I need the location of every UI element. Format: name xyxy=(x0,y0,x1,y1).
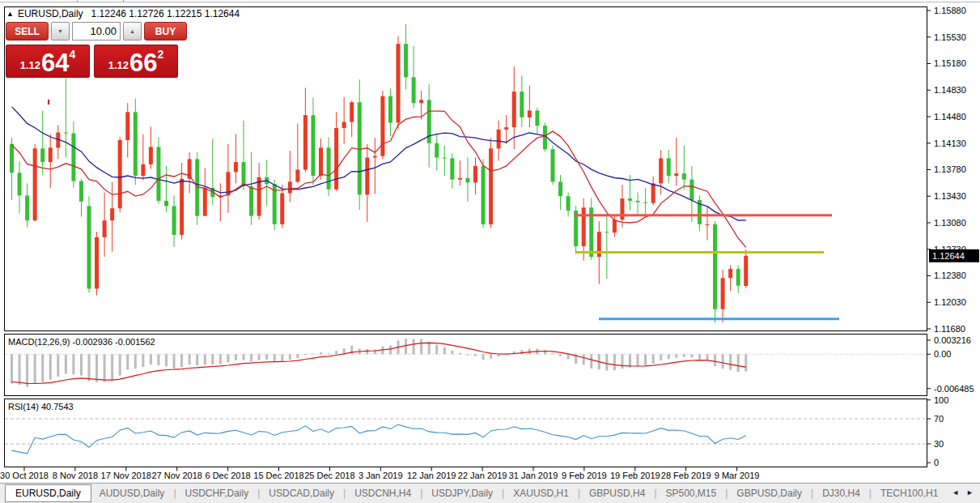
chart-tab-gbpusd-daily[interactable]: GBPUSD,Daily xyxy=(728,485,810,501)
svg-text:70: 70 xyxy=(934,414,944,424)
svg-text:1.13780: 1.13780 xyxy=(934,164,966,174)
sell-price-big-digits: 64 xyxy=(41,51,69,75)
chart-ohlc-values: 1.12246 1.12726 1.12215 1.12644 xyxy=(91,8,240,19)
rsi-axis-labels: 10070300 xyxy=(927,395,949,468)
buy-price-big-digits: 66 xyxy=(129,51,157,75)
chart-tab-usdjpy-daily[interactable]: USDJPY,Daily xyxy=(423,485,501,501)
volume-decrease-button[interactable]: ▼ xyxy=(51,22,70,40)
sell-price-box[interactable]: 1.12 64 4 xyxy=(6,45,90,78)
svg-text:1.14480: 1.14480 xyxy=(934,112,966,121)
buy-price-pip-digit: 2 xyxy=(158,48,164,61)
svg-text:-0.006485: -0.006485 xyxy=(934,384,974,394)
chart-tab-usdcad-daily[interactable]: USDCAD,Daily xyxy=(261,485,342,501)
volume-input[interactable] xyxy=(72,22,121,40)
rsi-indicator-label: RSI(14) 40.7543 xyxy=(8,402,74,411)
current-price-badge: 1.12644 xyxy=(929,249,979,262)
trading-terminal-window: 1.158801.155301.151801.148301.144801.141… xyxy=(0,0,980,503)
svg-text:30 Oct 2018: 30 Oct 2018 xyxy=(0,471,49,480)
panel-pointer xyxy=(48,100,49,104)
chart-symbol-label: EURUSD,Daily xyxy=(18,8,83,19)
svg-text:1.14830: 1.14830 xyxy=(934,85,966,95)
svg-text:1.12030: 1.12030 xyxy=(934,297,966,307)
svg-text:1.13080: 1.13080 xyxy=(934,218,966,228)
svg-text:1.11680: 1.11680 xyxy=(934,324,965,334)
svg-text:1.13430: 1.13430 xyxy=(934,191,966,201)
buy-button[interactable]: BUY xyxy=(144,22,187,40)
sell-button[interactable]: SELL xyxy=(6,22,49,40)
chart-tab-usdchf-daily[interactable]: USDCHF,Daily xyxy=(177,485,257,501)
svg-text:1.12644: 1.12644 xyxy=(932,251,965,261)
svg-text:1.14130: 1.14130 xyxy=(934,139,966,148)
one-click-trading-panel: SELL ▼ ▲ BUY 1.12 64 4 1.12 66 2 xyxy=(6,22,187,78)
price-axis-labels: 1.158801.155301.151801.148301.144801.141… xyxy=(927,6,966,334)
chart-tab-bar: EURUSD,DailyAUDUSD,Daily|USDCHF,Daily|US… xyxy=(0,483,980,503)
quote-header: ▲EURUSD,Daily1.12246 1.12726 1.12215 1.1… xyxy=(6,8,240,19)
svg-text:28 Feb 2019: 28 Feb 2019 xyxy=(661,471,711,480)
chart-tab-dj30-h4[interactable]: DJ30,H4 xyxy=(814,485,868,501)
tab-scroll-left-icon[interactable]: ◄ xyxy=(952,488,959,497)
chart-tab-eurusd-daily[interactable]: EURUSD,Daily xyxy=(5,484,91,502)
chart-tab-usdcnh-h4[interactable]: USDCNH,H4 xyxy=(346,485,419,501)
svg-text:1.12380: 1.12380 xyxy=(934,271,966,280)
svg-text:1.15530: 1.15530 xyxy=(934,32,966,42)
tab-scroll-right-icon[interactable]: ► xyxy=(966,488,974,497)
chart-tab-xauusd-h1[interactable]: XAUUSD,H1 xyxy=(505,485,577,501)
macd-signal-line xyxy=(12,343,746,383)
svg-text:1.15880: 1.15880 xyxy=(934,6,966,15)
svg-text:100: 100 xyxy=(934,395,948,405)
chart-tab-gbpusd-h4[interactable]: GBPUSD,H4 xyxy=(581,485,653,501)
svg-text:0.003216: 0.003216 xyxy=(934,335,971,345)
rsi-line xyxy=(12,424,746,454)
svg-text:27 Nov 2018: 27 Nov 2018 xyxy=(152,471,202,480)
svg-text:22 Jan 2019: 22 Jan 2019 xyxy=(458,471,507,480)
svg-text:8 Nov 2018: 8 Nov 2018 xyxy=(53,471,98,480)
sell-price-pip-digit: 4 xyxy=(70,48,76,61)
volume-increase-button[interactable]: ▲ xyxy=(123,22,142,40)
svg-text:0: 0 xyxy=(934,458,939,467)
svg-text:3 Jan 2019: 3 Jan 2019 xyxy=(358,471,402,480)
tab-scroll-arrows: ◄ ► xyxy=(944,484,980,501)
svg-text:12 Jan 2019: 12 Jan 2019 xyxy=(407,471,456,480)
svg-text:0.00: 0.00 xyxy=(934,349,951,359)
chart-tab-audusd-daily[interactable]: AUDUSD,Daily xyxy=(91,485,173,501)
macd-axis-labels: 0.0032160.00-0.006485 xyxy=(927,335,974,394)
macd-indicator-label: MACD(12,26,9) -0.002936 -0.001562 xyxy=(8,337,155,347)
chart-tab-tech100-h1[interactable]: TECH100,H1 xyxy=(872,485,946,501)
svg-text:25 Dec 2018: 25 Dec 2018 xyxy=(304,471,354,480)
svg-text:6 Dec 2018: 6 Dec 2018 xyxy=(205,471,250,480)
buy-price-box[interactable]: 1.12 66 2 xyxy=(94,45,178,78)
buy-price-prefix: 1.12 xyxy=(108,59,129,71)
svg-text:19 Feb 2019: 19 Feb 2019 xyxy=(610,471,660,480)
svg-text:30: 30 xyxy=(934,439,944,449)
panel-collapse-icon[interactable]: ▲ xyxy=(6,10,14,18)
svg-text:1.15180: 1.15180 xyxy=(934,58,966,68)
svg-text:9 Mar 2019: 9 Mar 2019 xyxy=(715,471,760,480)
time-axis-labels: 30 Oct 20188 Nov 201817 Nov 201827 Nov 2… xyxy=(0,467,759,481)
svg-text:15 Dec 2018: 15 Dec 2018 xyxy=(253,471,303,480)
svg-text:17 Nov 2018: 17 Nov 2018 xyxy=(101,471,151,480)
chart-tab-sp500-m15[interactable]: SP500,M15 xyxy=(658,485,725,501)
rsi-level-lines xyxy=(5,419,927,444)
svg-text:31 Jan 2019: 31 Jan 2019 xyxy=(509,471,558,480)
sell-price-prefix: 1.12 xyxy=(20,59,40,71)
svg-text:9 Feb 2019: 9 Feb 2019 xyxy=(562,471,607,480)
